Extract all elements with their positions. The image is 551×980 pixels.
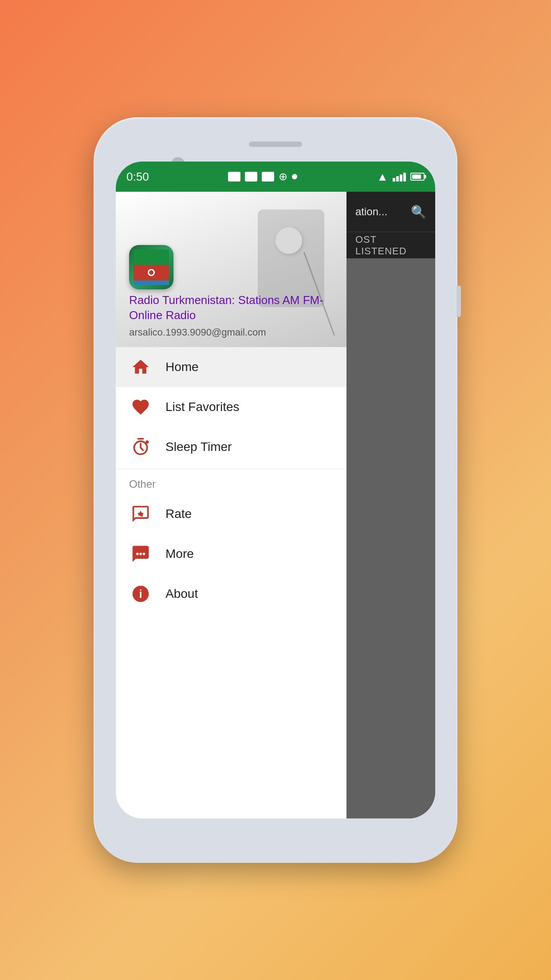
svg-text:i: i xyxy=(139,588,142,600)
app-icon xyxy=(129,245,173,289)
speaker xyxy=(249,142,302,147)
signal-bar-1 xyxy=(393,178,395,182)
crescent-icon xyxy=(148,269,155,276)
menu-divider xyxy=(116,469,346,469)
status-bar: 0:50 ⊕ ▲ xyxy=(116,162,435,192)
icon-stripe-bottom xyxy=(134,281,169,285)
app-main-content xyxy=(346,258,435,818)
signal-bar-3 xyxy=(400,174,402,182)
status-icon-box3 xyxy=(262,172,274,182)
app-toolbar: ation... 🔍 xyxy=(346,192,435,232)
app-icon-inner xyxy=(134,249,169,285)
svg-point-3 xyxy=(136,553,139,555)
more-svg xyxy=(131,544,150,564)
rate-svg xyxy=(131,504,150,524)
timer-icon xyxy=(129,435,152,458)
menu-label-sleep-timer: Sleep Timer xyxy=(165,440,232,454)
wifi-icon: ▲ xyxy=(377,170,388,184)
svg-point-5 xyxy=(143,553,146,555)
status-right-icons: ▲ xyxy=(377,170,425,184)
status-icon-box1 xyxy=(228,172,240,182)
menu-label-favorites: List Favorites xyxy=(165,400,240,414)
status-time: 0:50 xyxy=(126,170,149,184)
subtitle-text: OST LISTENED xyxy=(355,234,426,257)
signal-bar-2 xyxy=(396,176,399,182)
toolbar-title: ation... xyxy=(355,205,387,218)
heart-icon xyxy=(129,395,152,419)
drawer-header: Radio Turkmenistan: Stations AM FM-Onlin… xyxy=(116,192,346,347)
drawer-email: arsalico.1993.9090@gmail.com xyxy=(129,327,333,338)
svg-rect-0 xyxy=(258,209,324,307)
phone-frame: 0:50 ⊕ ▲ xyxy=(94,117,457,863)
drawer-info: Radio Turkmenistan: Stations AM FM-Onlin… xyxy=(129,293,333,338)
signal-bar-4 xyxy=(403,173,406,182)
battery-fill xyxy=(412,174,421,179)
menu-item-rate[interactable]: Rate xyxy=(116,494,346,534)
section-header-other: Other xyxy=(116,471,346,494)
menu-label-home: Home xyxy=(165,360,199,374)
phone-screen: 0:50 ⊕ ▲ xyxy=(116,162,435,818)
drawer-app-title: Radio Turkmenistan: Stations AM FM-Onlin… xyxy=(129,293,333,323)
heart-svg xyxy=(131,397,150,417)
info-svg: i xyxy=(131,584,150,604)
status-dot xyxy=(292,174,297,179)
at-sign-icon: ⊕ xyxy=(279,170,287,183)
app-subtitle: OST LISTENED xyxy=(346,232,435,258)
home-icon xyxy=(129,356,152,379)
navigation-drawer: Radio Turkmenistan: Stations AM FM-Onlin… xyxy=(116,192,346,818)
status-icon-box2 xyxy=(245,172,257,182)
menu-item-list-favorites[interactable]: List Favorites xyxy=(116,387,346,427)
menu-item-about[interactable]: i About xyxy=(116,574,346,614)
info-icon: i xyxy=(129,582,152,605)
background-app: ation... 🔍 OST LISTENED xyxy=(346,192,435,818)
svg-point-4 xyxy=(139,553,142,555)
power-button xyxy=(457,286,461,317)
menu-item-sleep-timer[interactable]: Sleep Timer xyxy=(116,427,346,467)
home-svg xyxy=(131,357,150,377)
menu-list: Home List Favorites xyxy=(116,347,346,818)
menu-item-home[interactable]: Home xyxy=(116,347,346,387)
status-icon-group: ⊕ xyxy=(228,170,297,183)
icon-stripe-top xyxy=(134,249,169,265)
timer-svg xyxy=(131,437,150,457)
rate-icon xyxy=(129,502,152,526)
signal-bars-icon xyxy=(393,172,406,182)
menu-label-rate: Rate xyxy=(165,507,192,521)
screen-content: Radio Turkmenistan: Stations AM FM-Onlin… xyxy=(116,192,435,818)
icon-stripe-middle xyxy=(134,265,169,281)
search-icon[interactable]: 🔍 xyxy=(411,205,426,219)
menu-item-more[interactable]: More xyxy=(116,534,346,574)
svg-point-2 xyxy=(146,440,149,443)
more-icon xyxy=(129,542,152,565)
menu-label-about: About xyxy=(165,587,198,601)
menu-label-more: More xyxy=(165,547,194,561)
app-icon-flag xyxy=(134,249,169,285)
battery-icon xyxy=(410,173,425,181)
